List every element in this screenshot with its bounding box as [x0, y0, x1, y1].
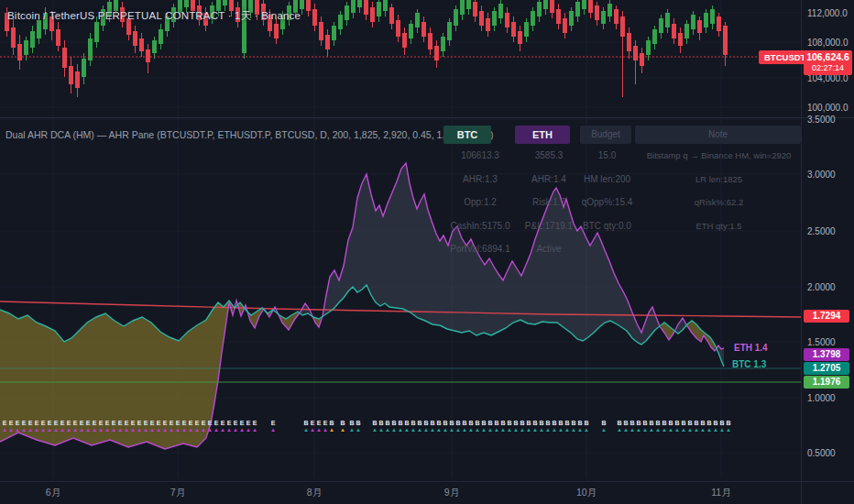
candle-body [332, 26, 336, 40]
marker-letter: B [339, 420, 346, 427]
candle-body [454, 9, 458, 26]
budget-column-header: Budget [580, 126, 631, 144]
table-cell: 106613.3 [440, 149, 520, 162]
candle-body [633, 46, 638, 60]
table-cell: AHR:1.4 [520, 173, 577, 186]
indicator-value-badge: 1.7294 [804, 310, 849, 323]
candle-body [665, 13, 670, 27]
table-cell: ETH qty:1.5 [637, 220, 801, 233]
table-row: CashIn:5175.0P&L:1719.1BTC qty:0.0ETH qt… [440, 220, 801, 233]
table-row: 106613.33585.315.0Bitstamp q → Binance H… [440, 149, 801, 162]
marker-letter: B [583, 420, 590, 427]
candle-body [691, 15, 695, 29]
candle-body [325, 35, 330, 49]
candle-body [486, 18, 490, 31]
candle-body [223, 0, 227, 5]
candle-body [409, 24, 413, 38]
candle-body [24, 40, 28, 55]
btc-line-label: BTC 1.3 [732, 359, 766, 369]
candle-body [601, 11, 606, 24]
candle-body [582, 0, 586, 9]
candle-body [434, 46, 439, 60]
candle-body [563, 18, 567, 33]
last-price-value: 106,624.6 [804, 51, 852, 63]
candle-body [595, 5, 599, 20]
candle-body [518, 31, 522, 44]
marker-b: B▲ [583, 420, 590, 433]
candle-body [274, 24, 279, 38]
candle-body [531, 11, 535, 26]
candle-body [460, 0, 465, 15]
indicator-value-badge: 1.3798 [804, 348, 849, 361]
candle-body [678, 33, 683, 46]
marker-letter: B [328, 420, 335, 427]
time-axis-label: 8月 [307, 487, 322, 499]
chart-canvas[interactable] [0, 0, 801, 481]
candle-body [608, 4, 612, 16]
candle-body [550, 0, 554, 13]
btc-toggle-button[interactable]: BTC [443, 126, 491, 144]
candle-body [17, 44, 22, 60]
eth-toggle-button[interactable]: ETH [515, 126, 570, 144]
candle-body [659, 18, 663, 33]
candle-body [62, 48, 67, 68]
price-axis-label: 2.5000 [807, 226, 836, 236]
candle-body [684, 24, 689, 38]
table-cell: BTC qty:0.0 [577, 220, 637, 233]
table-cell: qRisk%:62.2 [637, 196, 801, 209]
table-cell: 3585.3 [520, 149, 577, 162]
candle-body [396, 20, 400, 37]
candle-body [56, 29, 60, 46]
candle-body [82, 59, 86, 77]
table-row: Opp:1.2Risk:1.7qOpp%:15.4qRisk%:62.2 [440, 196, 801, 209]
candle-body [627, 33, 631, 51]
table-cell: PortVal:6894.1 [440, 243, 520, 256]
table-cell: HM len:200 [577, 173, 637, 186]
table-cell: qOpp%:15.4 [577, 196, 637, 209]
marker-b: B▲ [725, 420, 732, 433]
candle-body [30, 31, 35, 48]
candle-body [537, 2, 542, 16]
candle-body [575, 2, 580, 16]
table-cell: Opp:1.2 [440, 196, 520, 209]
marker-letter: B [725, 420, 732, 427]
candle-body [319, 22, 323, 40]
candle-body [556, 9, 561, 24]
indicator-title[interactable]: Dual AHR DCA (HM) — AHR Pane (BTCUSDT.P,… [5, 129, 493, 140]
candle-body [338, 15, 343, 29]
marker-e: E▲ [251, 420, 258, 433]
candle-body [415, 13, 420, 27]
candle-body [511, 22, 516, 37]
candle-body [672, 24, 676, 38]
indicator-value-badge: 1.1976 [804, 376, 849, 389]
candle-body [94, 22, 99, 42]
eth-line-label: ETH 1.4 [734, 343, 768, 353]
table-row: PortVal:6894.1Active [440, 243, 801, 256]
marker-letter: B [355, 420, 362, 427]
table-cell: Bitstamp q → Binance HM, win=2920 [637, 149, 801, 162]
candle-body [505, 13, 509, 27]
marker-b: B▲ [328, 420, 335, 433]
candle-body [543, 0, 548, 9]
time-axis-label: 10月 [576, 487, 597, 499]
time-axis[interactable]: 6月7月8月9月10月11月 [0, 482, 854, 504]
candle-body [710, 9, 715, 24]
table-cell: AHR:1.3 [440, 173, 520, 186]
symbol-title[interactable]: Bitcoin / TetherUS PERPETUAL CONTRACT · … [7, 9, 301, 23]
marker-b: B▲ [339, 420, 346, 433]
candle-body [133, 31, 137, 46]
candle-body [588, 0, 593, 13]
time-axis-label: 6月 [46, 487, 60, 499]
pane-divider[interactable] [0, 117, 854, 118]
price-axis-label: 0.5000 [807, 448, 836, 458]
candle-body [242, 0, 246, 53]
candle-body [69, 66, 73, 84]
price-axis-label: 112,000.0 [807, 8, 848, 18]
marker-b: B▲ [600, 420, 608, 433]
indicator-value-badge: 1.2705 [804, 362, 849, 375]
candle-body [441, 37, 445, 51]
candle-body [569, 11, 574, 26]
table-row: AHR:1.3AHR:1.4HM len:200LR len:1825 [440, 173, 801, 186]
note-column-header: Note [635, 126, 801, 144]
candle-body [620, 16, 625, 37]
